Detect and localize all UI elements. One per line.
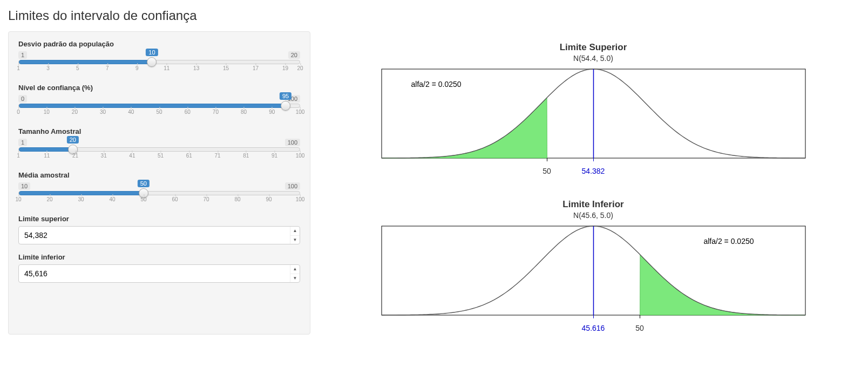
slider-n-label: Tamanho Amostral (18, 127, 300, 135)
x-tick-mean: 54.382 (582, 167, 605, 175)
upper-limit-step-up[interactable]: ▲ (290, 227, 300, 236)
slider-n-value: 20 (67, 136, 79, 144)
slider-n-ticks: 1112131415161718191100 (18, 153, 300, 162)
slider-xbar-ticks: 102030405060708090100 (18, 196, 300, 206)
lower-limit-step-up[interactable]: ▲ (290, 265, 300, 274)
slider-n-track[interactable]: 20 (18, 147, 300, 152)
slider-conf-ticks: 0102030405060708090100 (18, 109, 300, 119)
slider-sigma: Desvio padrão da população12010135791113… (18, 40, 300, 75)
slider-n: Tamanho Amostral110020111213141516171819… (18, 127, 300, 162)
upper-limit-input[interactable] (19, 227, 290, 244)
slider-sigma-ticks: 13579111315171920 (18, 65, 300, 75)
lower-limit-group: Limite inferior ▲ ▼ (18, 253, 300, 283)
slider-sigma-value: 10 (146, 49, 158, 56)
slider-sigma-label: Desvio padrão da população (18, 40, 300, 48)
slider-xbar-track[interactable]: 50 (18, 191, 300, 195)
slider-xbar-min: 10 (18, 182, 30, 190)
plot-upper-title: Limite Superior (327, 42, 860, 53)
plot-lower-title: Limite Inferior (327, 199, 860, 210)
plots-area: Limite Superior N(54.4, 5.0) alfa/2 = 0.… (327, 31, 860, 335)
slider-xbar-value: 50 (138, 180, 150, 187)
lower-limit-input[interactable] (19, 265, 290, 282)
plot-upper-subtitle: N(54.4, 5.0) (327, 54, 860, 63)
slider-xbar-label: Média amostral (18, 171, 300, 179)
x-tick-mean: 45.616 (582, 324, 605, 332)
plot-upper: Limite Superior N(54.4, 5.0) alfa/2 = 0.… (327, 42, 860, 178)
slider-sigma-max: 20 (288, 51, 300, 59)
slider-n-min: 1 (18, 139, 27, 146)
plot-lower-subtitle: N(45.6, 5.0) (327, 211, 860, 220)
slider-conf: Nível de confiança (%)010095010203040506… (18, 84, 300, 119)
lower-limit-label: Limite inferior (18, 253, 300, 261)
controls-panel: Desvio padrão da população12010135791113… (8, 31, 310, 335)
page-title: Limites do intervalo de confiança (8, 8, 860, 23)
slider-conf-min: 0 (18, 95, 27, 103)
upper-limit-label: Limite superior (18, 215, 300, 223)
plot-upper-annotation: alfa/2 = 0.0250 (411, 80, 462, 88)
lower-limit-step-down[interactable]: ▼ (290, 274, 300, 283)
upper-limit-group: Limite superior ▲ ▼ (18, 215, 300, 244)
slider-xbar: Média amostral10100501020304050607080901… (18, 171, 300, 206)
plot-lower-xaxis: 5045.616 (374, 324, 813, 335)
slider-conf-value: 95 (280, 92, 291, 100)
plot-upper-xaxis: 5054.382 (374, 167, 813, 178)
plot-lower-annotation: alfa/2 = 0.0250 (703, 237, 754, 246)
slider-sigma-track[interactable]: 10 (18, 60, 300, 64)
x-tick-center: 50 (635, 324, 644, 332)
slider-sigma-min: 1 (18, 51, 27, 59)
x-tick-center: 50 (542, 167, 551, 175)
upper-limit-step-down[interactable]: ▼ (290, 236, 300, 244)
slider-xbar-max: 100 (285, 182, 300, 190)
plot-lower: Limite Inferior N(45.6, 5.0) alfa/2 = 0.… (327, 199, 860, 335)
slider-conf-label: Nível de confiança (%) (18, 84, 300, 92)
slider-n-max: 100 (285, 139, 300, 146)
